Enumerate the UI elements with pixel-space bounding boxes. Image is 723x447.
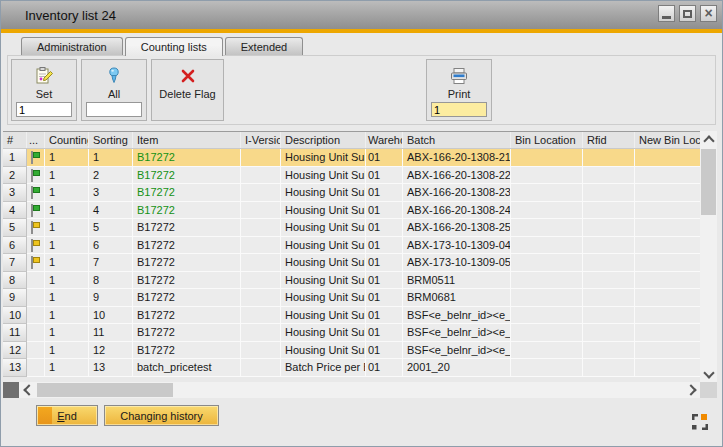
rfid-cell[interactable] (583, 342, 635, 360)
row-number-cell[interactable]: 11 (3, 324, 27, 342)
row-number-cell[interactable]: 7 (3, 254, 27, 272)
new-bin-location-cell[interactable] (635, 254, 700, 272)
bin-location-cell[interactable] (511, 289, 583, 307)
end-button[interactable]: End (36, 405, 98, 426)
batch-cell[interactable]: ABX-166-20-1308-22 (403, 167, 511, 185)
row-number-cell[interactable]: 8 (3, 272, 27, 290)
flag-cell[interactable] (27, 342, 45, 360)
all-button[interactable]: All (81, 59, 147, 121)
item-cell[interactable]: B17272 (133, 272, 241, 290)
iversion-cell[interactable] (241, 272, 281, 290)
column-header-sorting[interactable]: Sorting (89, 132, 133, 148)
counting-cell[interactable]: 1 (45, 254, 89, 272)
rfid-cell[interactable] (583, 324, 635, 342)
new-bin-location-cell[interactable] (635, 359, 700, 377)
column-header-i-version[interactable]: I-Version (241, 132, 281, 148)
item-cell[interactable]: B17272 (133, 219, 241, 237)
new-bin-location-cell[interactable] (635, 219, 700, 237)
rfid-cell[interactable] (583, 289, 635, 307)
flag-cell[interactable] (27, 167, 45, 185)
bin-location-cell[interactable] (511, 342, 583, 360)
description-cell[interactable]: Housing Unit Subassembl (281, 272, 366, 290)
warehouse-cell[interactable]: 01 (366, 219, 403, 237)
row-number-cell[interactable]: 12 (3, 342, 27, 360)
sorting-cell[interactable]: 4 (89, 202, 133, 220)
iversion-cell[interactable] (241, 202, 281, 220)
counting-cell[interactable]: 1 (45, 272, 89, 290)
counting-cell[interactable]: 1 (45, 342, 89, 360)
sorting-cell[interactable]: 8 (89, 272, 133, 290)
column-header-bin-location[interactable]: Bin Location (511, 132, 583, 148)
table-row[interactable]: 2 1 2 B17272 Housing Unit Subassembl 01 … (3, 167, 700, 185)
row-number-cell[interactable]: 2 (3, 167, 27, 185)
counting-cell[interactable]: 1 (45, 359, 89, 377)
row-number-cell[interactable]: 4 (3, 202, 27, 220)
sorting-cell[interactable]: 11 (89, 324, 133, 342)
item-cell[interactable]: B17272 (133, 202, 241, 220)
counting-cell[interactable]: 1 (45, 219, 89, 237)
sorting-cell[interactable]: 3 (89, 184, 133, 202)
iversion-cell[interactable] (241, 237, 281, 255)
description-cell[interactable]: Housing Unit Subassembl (281, 219, 366, 237)
iversion-cell[interactable] (241, 167, 281, 185)
scroll-up-button[interactable] (700, 131, 717, 147)
print-button[interactable]: Print (426, 59, 492, 121)
row-number-cell[interactable]: 1 (3, 149, 27, 167)
table-row[interactable]: 9 1 9 B17272 Housing Unit Subassembl 01 … (3, 289, 700, 307)
counting-cell[interactable]: 1 (45, 184, 89, 202)
flag-cell[interactable] (27, 289, 45, 307)
counting-cell[interactable]: 1 (45, 237, 89, 255)
column-header--[interactable]: # (3, 132, 27, 148)
iversion-cell[interactable] (241, 342, 281, 360)
row-number-cell[interactable]: 13 (3, 359, 27, 377)
iversion-cell[interactable] (241, 219, 281, 237)
warehouse-cell[interactable]: 01 (366, 184, 403, 202)
sorting-cell[interactable]: 7 (89, 254, 133, 272)
delete-flag-button[interactable]: Delete Flag (151, 59, 224, 121)
tab-administration[interactable]: Administration (21, 37, 123, 55)
flag-cell[interactable] (27, 219, 45, 237)
bin-location-cell[interactable] (511, 184, 583, 202)
new-bin-location-cell[interactable] (635, 324, 700, 342)
counting-cell[interactable]: 1 (45, 202, 89, 220)
warehouse-cell[interactable]: 01 (366, 149, 403, 167)
vertical-scrollbar[interactable] (700, 131, 717, 382)
iversion-cell[interactable] (241, 149, 281, 167)
new-bin-location-cell[interactable] (635, 307, 700, 325)
sorting-cell[interactable]: 13 (89, 359, 133, 377)
changing-history-button[interactable]: Changing history (104, 405, 219, 426)
description-cell[interactable]: Housing Unit Subassembl (281, 254, 366, 272)
flag-cell[interactable] (27, 254, 45, 272)
table-row[interactable]: 3 1 3 B17272 Housing Unit Subassembl 01 … (3, 184, 700, 202)
warehouse-cell[interactable]: 01 (366, 254, 403, 272)
all-input[interactable] (86, 102, 142, 117)
sorting-cell[interactable]: 5 (89, 219, 133, 237)
batch-cell[interactable]: BSF<e_belnr_id><e_b (403, 342, 511, 360)
counting-cell[interactable]: 1 (45, 289, 89, 307)
column-header-batch[interactable]: Batch (403, 132, 511, 148)
resize-grip-icon[interactable] (691, 413, 709, 431)
bin-location-cell[interactable] (511, 237, 583, 255)
new-bin-location-cell[interactable] (635, 202, 700, 220)
batch-cell[interactable]: BRM0511 (403, 272, 511, 290)
item-cell[interactable]: B17272 (133, 149, 241, 167)
new-bin-location-cell[interactable] (635, 342, 700, 360)
flag-cell[interactable] (27, 307, 45, 325)
batch-cell[interactable]: ABX-173-10-1309-05 (403, 254, 511, 272)
rfid-cell[interactable] (583, 149, 635, 167)
table-row[interactable]: 13 1 13 batch_pricetest Batch Price per … (3, 359, 700, 377)
scroll-down-button[interactable] (700, 366, 717, 382)
item-cell[interactable]: B17272 (133, 184, 241, 202)
iversion-cell[interactable] (241, 359, 281, 377)
batch-cell[interactable]: BSF<e_belnr_id><e_b (403, 307, 511, 325)
column-header-item[interactable]: Item (133, 132, 241, 148)
counting-cell[interactable]: 1 (45, 149, 89, 167)
item-cell[interactable]: B17272 (133, 167, 241, 185)
bin-location-cell[interactable] (511, 167, 583, 185)
row-number-cell[interactable]: 5 (3, 219, 27, 237)
iversion-cell[interactable] (241, 254, 281, 272)
table-row[interactable]: 11 1 11 B17272 Housing Unit Subassembl 0… (3, 324, 700, 342)
item-cell[interactable]: B17272 (133, 237, 241, 255)
batch-cell[interactable]: ABX-173-10-1309-04 (403, 237, 511, 255)
flag-cell[interactable] (27, 324, 45, 342)
